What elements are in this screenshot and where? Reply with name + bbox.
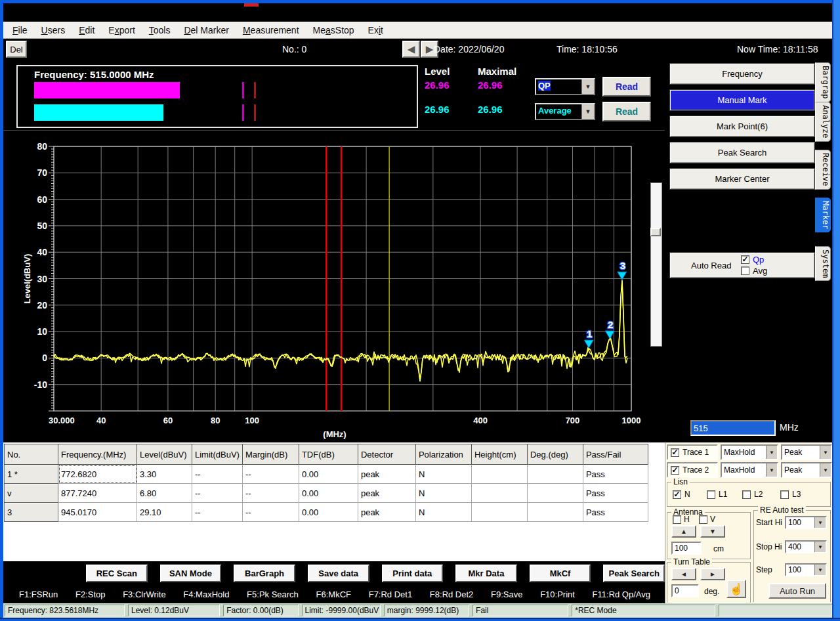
table-cell[interactable]: peak xyxy=(358,503,415,522)
fkey-f7[interactable]: F7:Rd Det1 xyxy=(369,589,412,599)
table-cell[interactable]: 0.00 xyxy=(299,465,358,484)
trace-2-checkbox[interactable]: ✓ xyxy=(671,466,679,475)
table-cell[interactable] xyxy=(471,465,527,484)
sidebar-button-mark-point-6[interactable]: Mark Point(6) xyxy=(669,116,815,137)
table-cell[interactable]: -- xyxy=(242,465,299,484)
trace-1-mode-select[interactable]: MaxHold▼ xyxy=(721,444,778,460)
tab-system[interactable]: System xyxy=(815,246,831,281)
mkr-data-button[interactable]: Mkr Data xyxy=(455,565,517,582)
dropdown-icon[interactable]: ▼ xyxy=(814,542,826,552)
table-row[interactable]: 1 *772.68203.30----0.00peakNPass xyxy=(5,465,648,484)
table-cell[interactable]: 0.00 xyxy=(299,484,358,503)
detector2-select[interactable]: Average ▼ xyxy=(535,103,595,120)
table-cell[interactable]: Pass xyxy=(583,503,648,522)
trace-1-toggle[interactable]: ✓Trace 1 xyxy=(667,444,718,460)
marker-table[interactable]: No.Frequency.(MHz)Level(dBuV)Limit(dBuV)… xyxy=(4,444,648,522)
table-cell[interactable]: -- xyxy=(242,503,299,522)
trace-2-mode-select[interactable]: MaxHold▼ xyxy=(721,462,778,478)
tab-marker[interactable]: Marker xyxy=(815,198,831,232)
sidebar-button-peak-search[interactable]: Peak Search xyxy=(669,142,815,163)
trace-1-detector-select[interactable]: Peak▼ xyxy=(781,444,832,460)
table-cell[interactable] xyxy=(527,465,583,484)
step-select[interactable]: 100▼ xyxy=(785,563,827,576)
sidebar-button-frequency[interactable]: Frequency xyxy=(669,63,815,85)
print-data-button[interactable]: Print data xyxy=(382,565,444,582)
lisn-l1-checkbox[interactable] xyxy=(707,490,715,499)
dropdown-icon[interactable]: ▼ xyxy=(814,517,826,528)
menu-measstop[interactable]: MeasStop xyxy=(313,25,354,35)
table-cell[interactable]: -- xyxy=(192,503,243,522)
turn-left-button[interactable]: ◄ xyxy=(671,568,696,580)
antenna-v-checkbox[interactable] xyxy=(699,515,707,524)
antenna-height-input[interactable] xyxy=(671,542,702,555)
table-row[interactable]: v877.72406.80----0.00peakNPass xyxy=(5,484,648,503)
menu-tools[interactable]: Tools xyxy=(149,25,171,35)
avg-checkbox[interactable] xyxy=(741,267,749,275)
table-cell[interactable]: 945.0170 xyxy=(58,503,137,522)
table-cell[interactable]: 29.10 xyxy=(137,503,192,522)
trace-1-checkbox[interactable]: ✓ xyxy=(671,448,679,457)
fkey-f11[interactable]: F11:Rd Qp/Avg xyxy=(593,589,650,599)
fkey-f5[interactable]: F5:Pk Search xyxy=(247,589,299,599)
san-mode-button[interactable]: SAN Mode xyxy=(160,565,222,582)
turn-right-button[interactable]: ► xyxy=(700,568,725,580)
read-avg-button[interactable]: Read xyxy=(602,102,651,121)
table-cell[interactable]: peak xyxy=(358,484,415,503)
table-cell[interactable]: 772.6820 xyxy=(58,465,137,484)
turn-angle-input[interactable] xyxy=(671,584,699,597)
chart-vertical-slider[interactable] xyxy=(650,182,662,347)
table-cell[interactable] xyxy=(527,484,583,503)
trace-2-detector-select[interactable]: Peak▼ xyxy=(781,462,832,478)
del-button[interactable]: Del xyxy=(6,41,27,58)
hand-click-button[interactable]: ☝ xyxy=(726,580,746,598)
auto-run-button[interactable]: Auto Run xyxy=(768,583,826,599)
table-cell[interactable] xyxy=(527,503,583,522)
fkey-f10[interactable]: F10:Print xyxy=(540,589,575,599)
row-header[interactable]: 3 xyxy=(5,503,58,522)
dropdown-icon[interactable]: ▼ xyxy=(814,565,826,575)
fkey-f2[interactable]: F2:Stop xyxy=(75,589,106,599)
rec-scan-button[interactable]: REC Scan xyxy=(86,565,148,582)
table-cell[interactable]: 3.30 xyxy=(137,465,192,484)
menu-measurement[interactable]: Measurement xyxy=(243,25,299,35)
menu-edit[interactable]: Edit xyxy=(79,25,94,35)
bargraph-button[interactable]: BarGraph xyxy=(234,565,295,582)
slider-thumb[interactable] xyxy=(650,228,661,236)
table-cell[interactable] xyxy=(471,503,527,522)
table-cell[interactable]: Pass xyxy=(583,465,648,484)
fkey-f1[interactable]: F1:FSRun xyxy=(19,589,58,599)
fkey-f6[interactable]: F6:MkCF xyxy=(316,589,351,599)
sidebar-button-manual-mark[interactable]: Manual Mark xyxy=(669,89,815,111)
table-cell[interactable]: 6.80 xyxy=(137,484,192,503)
table-cell[interactable]: -- xyxy=(192,484,243,503)
stop-hi-select[interactable]: 400▼ xyxy=(785,540,827,553)
dropdown-icon[interactable]: ▼ xyxy=(581,104,594,119)
menu-exit[interactable]: Exit xyxy=(368,25,383,35)
table-cell[interactable] xyxy=(471,484,527,503)
marker-frequency-input[interactable] xyxy=(690,420,776,436)
lisn-l3-checkbox[interactable] xyxy=(780,490,789,499)
table-cell[interactable]: N xyxy=(415,484,471,503)
table-cell[interactable]: 0.00 xyxy=(299,503,358,522)
antenna-h-checkbox[interactable] xyxy=(673,515,681,524)
fkey-f8[interactable]: F8:Rd Det2 xyxy=(430,589,473,599)
row-header[interactable]: 1 * xyxy=(5,465,58,484)
antenna-down-button[interactable]: ▼ xyxy=(700,525,725,538)
sidebar-button-marker-center[interactable]: Marker Center xyxy=(669,168,815,190)
menu-export[interactable]: Export xyxy=(108,25,135,35)
tab-analyze[interactable]: Analyze xyxy=(815,102,831,142)
table-cell[interactable]: N xyxy=(415,465,471,484)
dropdown-icon[interactable]: ▼ xyxy=(581,79,594,94)
mkcf-button[interactable]: MkCf xyxy=(530,565,591,582)
menu-file[interactable]: File xyxy=(12,25,28,35)
table-cell[interactable]: peak xyxy=(358,465,415,484)
read-qp-button[interactable]: Read xyxy=(602,77,651,96)
start-hi-select[interactable]: 100▼ xyxy=(785,516,827,529)
lisn-l2-checkbox[interactable] xyxy=(742,490,751,499)
row-header[interactable]: v xyxy=(5,484,58,503)
table-cell[interactable]: -- xyxy=(192,465,243,484)
save-data-button[interactable]: Save data xyxy=(308,565,369,582)
menu-del-marker[interactable]: Del Marker xyxy=(184,25,228,35)
tab-receive[interactable]: Receive xyxy=(815,150,831,190)
fkey-f9[interactable]: F9:Save xyxy=(491,589,522,599)
